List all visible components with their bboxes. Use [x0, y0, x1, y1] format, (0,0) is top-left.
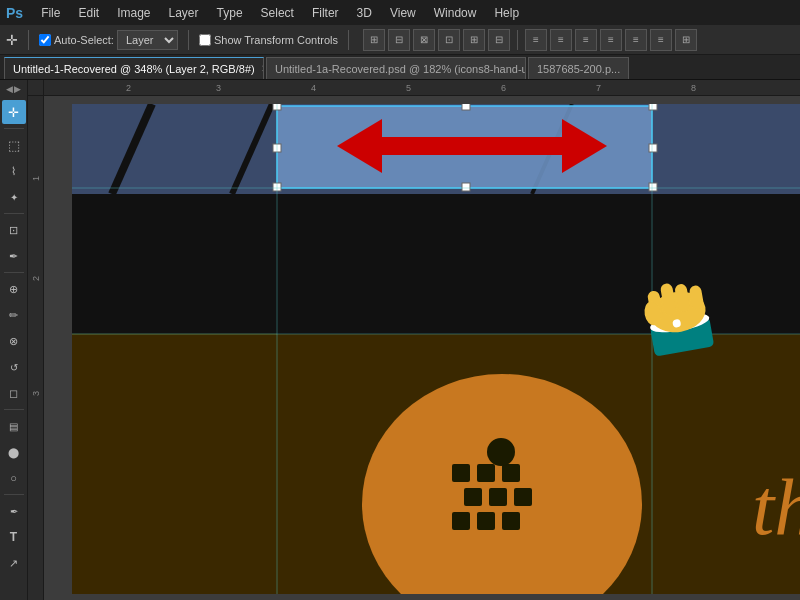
svg-rect-15 — [477, 512, 495, 530]
show-transform-label: Show Transform Controls — [214, 34, 338, 46]
tab-2[interactable]: 1587685-200.p... — [528, 57, 629, 79]
divider-1 — [28, 30, 29, 50]
show-transform-checkbox: Show Transform Controls — [199, 34, 338, 46]
quick-select-tool[interactable]: ✦ — [2, 185, 26, 209]
menu-layer[interactable]: Layer — [161, 4, 207, 22]
blur-tool-btn[interactable]: ⬤ — [2, 440, 26, 464]
menu-edit[interactable]: Edit — [70, 4, 107, 22]
menu-filter[interactable]: Filter — [304, 4, 347, 22]
divider-3 — [348, 30, 349, 50]
menu-image[interactable]: Image — [109, 4, 158, 22]
tab-1[interactable]: Untitled-1a-Recovered.psd @ 182% (icons8… — [266, 57, 526, 79]
svg-rect-11 — [464, 488, 482, 506]
ruler-v-tick-2: 2 — [28, 276, 43, 281]
align-right-icon[interactable]: ⊠ — [413, 29, 435, 51]
canvas-area: 2 3 4 5 6 7 8 1 2 3 — [28, 80, 800, 600]
divider-4 — [517, 30, 518, 50]
dist-right-icon[interactable]: ≡ — [575, 29, 597, 51]
tool-sep-3 — [4, 272, 24, 273]
svg-rect-16 — [502, 512, 520, 530]
ruler-h-tick-6: 6 — [499, 80, 506, 95]
svg-rect-26 — [649, 104, 657, 110]
ruler-v-tick-1: 1 — [28, 176, 43, 181]
panel-arrow-left[interactable]: ◀ — [6, 84, 13, 94]
eyedropper-tool-btn[interactable]: ✒ — [2, 244, 26, 268]
ruler-h-tick-3: 3 — [214, 80, 221, 95]
dist-center-v-icon[interactable]: ≡ — [625, 29, 647, 51]
rectangular-marquee-tool[interactable]: ⬚ — [2, 133, 26, 157]
tool-sep-1 — [4, 128, 24, 129]
brush-tool-btn[interactable]: ✏ — [2, 303, 26, 327]
tab-0-close[interactable]: ✕ — [261, 63, 264, 74]
tool-sep-2 — [4, 213, 24, 214]
svg-text:th: th — [752, 463, 800, 551]
tab-0-label: Untitled-1-Recovered @ 348% (Layer 2, RG… — [13, 63, 255, 75]
tool-sep-5 — [4, 494, 24, 495]
divider-2 — [188, 30, 189, 50]
menu-help[interactable]: Help — [486, 4, 527, 22]
tab-1-label: Untitled-1a-Recovered.psd @ 182% (icons8… — [275, 63, 526, 75]
main-area: ◀ ▶ ✛ ⬚ ⌇ ✦ ⊡ ✒ ⊕ ✏ ⊗ ↺ ◻ ▤ ⬤ ○ ✒ T ↗ 2 … — [0, 80, 800, 600]
path-select-tool[interactable]: ↗ — [2, 551, 26, 575]
app-logo: Ps — [6, 5, 23, 21]
canvas-viewport[interactable]: th — [44, 96, 800, 600]
ruler-corner — [28, 80, 44, 96]
eraser-tool-btn[interactable]: ◻ — [2, 381, 26, 405]
dist-left-icon[interactable]: ≡ — [525, 29, 547, 51]
menu-file[interactable]: File — [33, 4, 68, 22]
panel-arrow-right[interactable]: ▶ — [14, 84, 21, 94]
show-transform-input[interactable] — [199, 34, 211, 46]
align-top-icon[interactable]: ⊡ — [438, 29, 460, 51]
menu-3d[interactable]: 3D — [349, 4, 380, 22]
horizontal-ruler: 2 3 4 5 6 7 8 — [28, 80, 800, 96]
svg-rect-31 — [649, 183, 657, 191]
menubar: Ps File Edit Image Layer Type Select Fil… — [0, 0, 800, 25]
menu-select[interactable]: Select — [253, 4, 302, 22]
dist-bottom-icon[interactable]: ≡ — [650, 29, 672, 51]
align-center-v-icon[interactable]: ⊞ — [463, 29, 485, 51]
dodge-tool-btn[interactable]: ○ — [2, 466, 26, 490]
tools-panel: ◀ ▶ ✛ ⬚ ⌇ ✦ ⊡ ✒ ⊕ ✏ ⊗ ↺ ◻ ▤ ⬤ ○ ✒ T ↗ — [0, 80, 28, 600]
vertical-ruler: 1 2 3 — [28, 96, 44, 600]
dist-top-icon[interactable]: ≡ — [600, 29, 622, 51]
align-bottom-icon[interactable]: ⊟ — [488, 29, 510, 51]
svg-rect-12 — [489, 488, 507, 506]
menu-window[interactable]: Window — [426, 4, 485, 22]
type-tool-btn[interactable]: T — [2, 525, 26, 549]
svg-rect-14 — [452, 512, 470, 530]
lasso-tool-btn[interactable]: ⌇ — [2, 159, 26, 183]
history-brush-tool[interactable]: ↺ — [2, 355, 26, 379]
tool-sep-4 — [4, 409, 24, 410]
crop-tool-btn[interactable]: ⊡ — [2, 218, 26, 242]
svg-rect-28 — [649, 144, 657, 152]
pen-tool-btn[interactable]: ✒ — [2, 499, 26, 523]
svg-rect-25 — [462, 104, 470, 110]
menu-type[interactable]: Type — [209, 4, 251, 22]
svg-rect-9 — [477, 464, 495, 482]
move-tool-icon: ✛ — [6, 32, 18, 48]
svg-rect-20 — [357, 137, 587, 155]
svg-point-17 — [487, 438, 515, 466]
optionsbar: ✛ Auto-Select: Layer Group Show Transfor… — [0, 25, 800, 55]
align-left-icon[interactable]: ⊞ — [363, 29, 385, 51]
svg-rect-13 — [514, 488, 532, 506]
align-icons-group: ⊞ ⊟ ⊠ ⊡ ⊞ ⊟ ≡ ≡ ≡ ≡ ≡ ≡ ⊞ — [363, 29, 697, 51]
ruler-h-tick-2: 2 — [124, 80, 131, 95]
dist-center-h-icon[interactable]: ≡ — [550, 29, 572, 51]
clone-stamp-tool[interactable]: ⊗ — [2, 329, 26, 353]
tab-0[interactable]: Untitled-1-Recovered @ 348% (Layer 2, RG… — [4, 57, 264, 79]
move-tool-btn[interactable]: ✛ — [2, 100, 26, 124]
svg-rect-8 — [452, 464, 470, 482]
menu-view[interactable]: View — [382, 4, 424, 22]
gradient-tool-btn[interactable]: ▤ — [2, 414, 26, 438]
auto-select-dropdown[interactable]: Layer Group — [117, 30, 178, 50]
tabsbar: Untitled-1-Recovered @ 348% (Layer 2, RG… — [0, 55, 800, 80]
spot-heal-tool[interactable]: ⊕ — [2, 277, 26, 301]
ruler-h-tick-4: 4 — [309, 80, 316, 95]
ruler-h-tick-5: 5 — [404, 80, 411, 95]
ruler-h-tick-8: 8 — [689, 80, 696, 95]
ruler-v-tick-3: 3 — [28, 391, 43, 396]
align-center-h-icon[interactable]: ⊟ — [388, 29, 410, 51]
more-options-icon[interactable]: ⊞ — [675, 29, 697, 51]
auto-select-input[interactable] — [39, 34, 51, 46]
